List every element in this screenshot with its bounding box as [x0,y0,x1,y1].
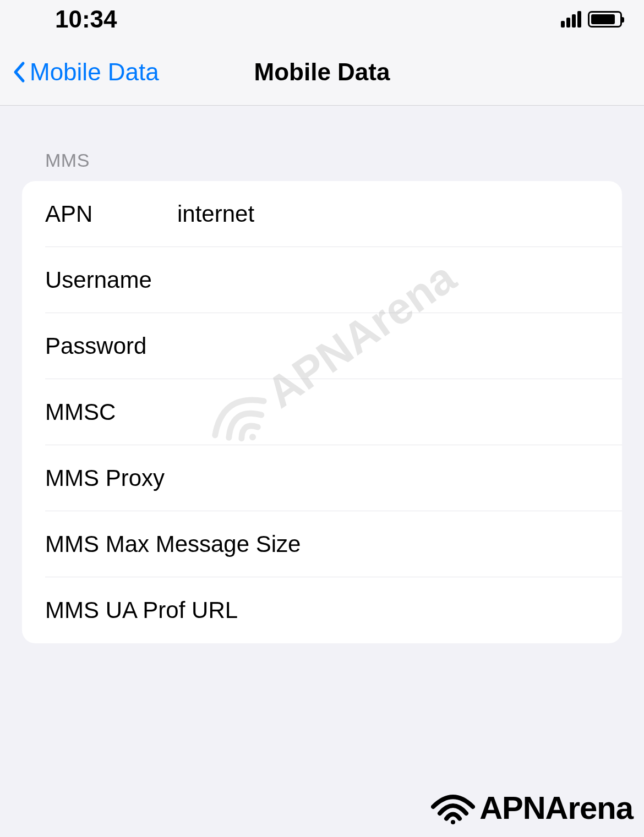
mms-settings-group: APN Username Password MMSC MMS Proxy MMS… [22,181,622,643]
mmsc-label: MMSC [45,399,177,425]
username-input[interactable] [177,267,622,293]
logo-text: APNArena [479,789,633,826]
chevron-left-icon [12,61,25,83]
mms-proxy-row[interactable]: MMS Proxy [22,445,622,511]
apn-input[interactable] [177,201,622,227]
password-label: Password [45,333,177,359]
status-bar: 10:34 [0,0,644,39]
mmsc-input[interactable] [177,399,622,425]
mms-max-size-label: MMS Max Message Size [45,531,301,557]
username-row[interactable]: Username [22,247,622,313]
mmsc-row[interactable]: MMSC [22,379,622,445]
mms-proxy-label: MMS Proxy [45,465,165,491]
username-label: Username [45,267,177,293]
mms-ua-prof-input[interactable] [238,597,622,623]
status-time: 10:34 [55,6,117,33]
apnarena-logo: APNArena [431,789,633,826]
back-label: Mobile Data [30,58,159,86]
apn-label: APN [45,201,177,227]
battery-icon [588,11,622,28]
section-header-mms: MMS [22,150,622,181]
mms-ua-prof-row[interactable]: MMS UA Prof URL [22,577,622,643]
mms-max-size-row[interactable]: MMS Max Message Size [22,511,622,577]
navigation-bar: Mobile Data Mobile Data [0,39,644,106]
status-indicators [561,11,622,28]
password-input[interactable] [177,333,622,359]
page-title: Mobile Data [254,58,390,86]
back-button[interactable]: Mobile Data [0,58,159,86]
wifi-icon [431,791,475,824]
apn-row[interactable]: APN [22,181,622,247]
mms-ua-prof-label: MMS UA Prof URL [45,597,238,623]
mms-max-size-input[interactable] [301,531,622,557]
content-area: MMS APN Username Password MMSC MMS Proxy… [0,106,644,643]
svg-point-1 [451,820,455,824]
mms-proxy-input[interactable] [165,465,622,491]
password-row[interactable]: Password [22,313,622,379]
cellular-signal-icon [561,11,581,28]
